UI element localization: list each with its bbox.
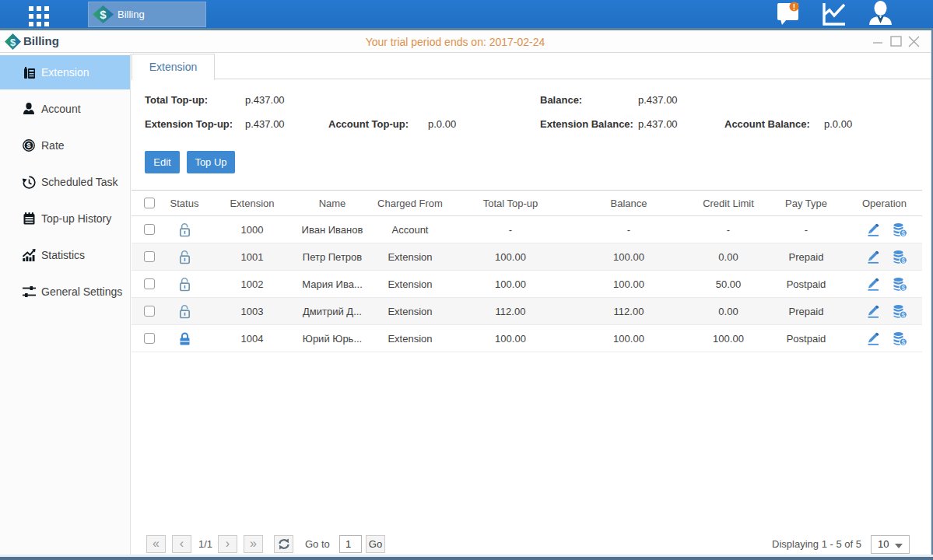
svg-text:!: ! xyxy=(793,3,795,12)
svg-text:$: $ xyxy=(100,8,107,21)
svg-text:$: $ xyxy=(901,229,905,236)
svg-text:$: $ xyxy=(901,283,905,291)
svg-text:$: $ xyxy=(901,256,905,264)
svg-text:$: $ xyxy=(901,310,905,318)
svg-text:$: $ xyxy=(26,141,31,149)
svg-text:$: $ xyxy=(901,338,905,345)
